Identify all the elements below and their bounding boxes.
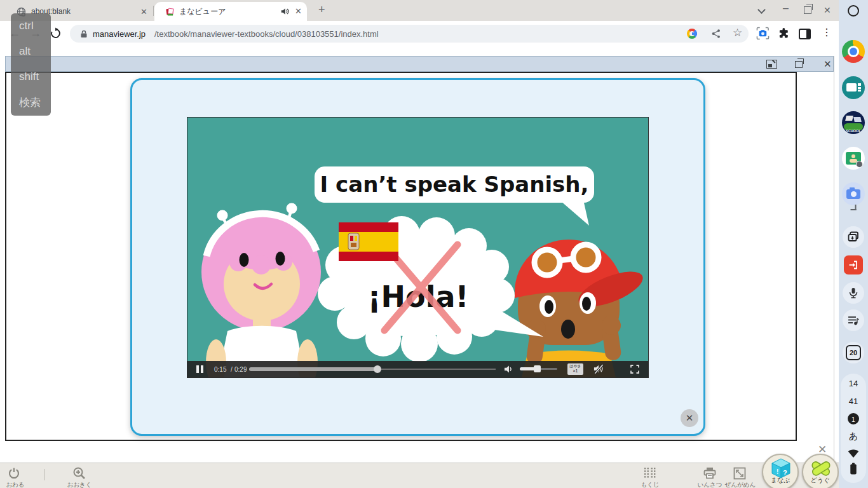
tab-close-icon[interactable]: ✕ xyxy=(140,8,147,16)
video-controls: 0:15 / 0:29 はやさ ×1 xyxy=(187,361,648,377)
wifi-icon xyxy=(848,449,859,458)
expand-icon xyxy=(733,467,746,480)
power-icon xyxy=(8,467,20,480)
ctrl-key[interactable]: ctrl xyxy=(11,13,51,39)
exit-session-button[interactable] xyxy=(844,255,863,274)
side-panel-icon[interactable] xyxy=(799,29,811,39)
alt-key[interactable]: alt xyxy=(11,39,51,64)
battery-icon xyxy=(850,463,857,475)
browser-toolbar: ← → manaviewer.jp/textbook/manaviewer-te… xyxy=(0,21,839,46)
screenshot-camera-icon[interactable] xyxy=(756,27,770,40)
duration: 0:29 xyxy=(234,366,247,373)
dougu-button[interactable]: どうぐ xyxy=(802,454,839,488)
tab-search-chevron-icon[interactable] xyxy=(757,6,766,14)
volume-icon[interactable] xyxy=(504,365,513,374)
current-time: 0:15 xyxy=(214,366,226,373)
screen-capture-button[interactable] xyxy=(843,226,864,248)
girl-character xyxy=(201,203,321,378)
playlist-music-icon xyxy=(848,315,859,325)
share-icon[interactable] xyxy=(711,29,721,39)
microphone-button[interactable] xyxy=(843,282,864,304)
calendar-button[interactable]: 20 xyxy=(843,342,864,363)
clock-minutes: 41 xyxy=(841,396,866,406)
printer-icon xyxy=(703,467,716,479)
time-separator: / xyxy=(231,366,233,373)
shelf: SCHOOL xyxy=(839,0,868,488)
tab-audio-icon[interactable] xyxy=(280,7,289,16)
audio-off-icon[interactable] xyxy=(593,363,605,375)
media-playlist-button[interactable] xyxy=(843,309,864,331)
manaviewer-favicon xyxy=(165,7,175,17)
fullscreen-icon[interactable] xyxy=(630,365,639,374)
search-key[interactable]: 検索 xyxy=(11,90,51,115)
tools-icon xyxy=(810,459,832,478)
spain-flag xyxy=(339,222,398,261)
toolbar-divider xyxy=(44,469,45,480)
pip-icon[interactable] xyxy=(766,60,777,69)
shift-key[interactable]: shift xyxy=(11,64,51,90)
lock-icon xyxy=(80,30,88,38)
onscreen-modifier-keys: ctrl alt shift 検索 xyxy=(11,13,51,116)
window-restore-button[interactable] xyxy=(804,6,811,14)
pause-icon[interactable] xyxy=(196,365,199,373)
google-g-icon[interactable] xyxy=(687,29,697,39)
viewer-bottom-toolbar: おわる おおきく もくじ いんさつ xyxy=(0,463,839,488)
clock-hours: 14 xyxy=(841,379,866,388)
manabu-button[interactable]: ! ? まなぶ xyxy=(762,454,799,488)
progress-played xyxy=(249,367,377,371)
window-close-button[interactable]: ✕ xyxy=(824,5,831,15)
dialog-close-button[interactable]: ✕ xyxy=(681,409,698,427)
camera-app-icon[interactable] xyxy=(842,182,865,205)
speed-label: はやさ xyxy=(567,363,583,369)
shelf-chevron-icon[interactable] xyxy=(851,205,857,210)
extensions-puzzle-icon[interactable] xyxy=(778,27,790,39)
playback-speed-button[interactable]: はやさ ×1 xyxy=(567,363,583,375)
omnibox[interactable]: manaviewer.jp/textbook/manaviewer-textbo… xyxy=(70,25,749,43)
gear-badge-icon xyxy=(856,161,863,168)
tab-title: まなビューア xyxy=(179,6,226,17)
volume-thumb[interactable] xyxy=(534,365,541,372)
tab-separator xyxy=(153,6,154,16)
reload-button[interactable] xyxy=(50,27,62,39)
svg-text:!: ! xyxy=(776,468,778,475)
new-tab-button[interactable]: + xyxy=(318,3,325,17)
print-button[interactable]: いんさつ xyxy=(693,466,727,487)
card-app-icon[interactable] xyxy=(842,76,865,99)
status-ring-icon[interactable] xyxy=(848,5,859,17)
table-of-contents-button[interactable]: もくじ xyxy=(634,466,666,487)
logout-icon xyxy=(848,260,858,270)
calendar-day: 20 xyxy=(850,349,857,356)
progress-bar[interactable] xyxy=(249,365,496,374)
bookmark-star-icon[interactable]: ☆ xyxy=(733,26,742,39)
volume-slider[interactable] xyxy=(520,366,557,372)
notification-badge: 1 xyxy=(848,413,859,424)
fullscreen-page-button[interactable]: ぜんがめん xyxy=(723,466,757,487)
magnifier-plus-icon xyxy=(72,466,86,480)
zoom-in-button[interactable]: おおきく xyxy=(64,466,95,487)
speed-value: ×1 xyxy=(567,369,583,374)
tab-manaviewer[interactable]: まなビューア ✕ xyxy=(154,2,307,21)
window-edge xyxy=(834,56,834,463)
end-button[interactable]: おわる xyxy=(0,466,31,487)
speech-text: I can’t speak Spanish, xyxy=(320,172,589,197)
dialog-close-icon: ✕ xyxy=(686,412,694,424)
window-minimize-button[interactable]: – xyxy=(783,3,789,14)
school-app-icon[interactable]: SCHOOL xyxy=(842,111,865,134)
viewer-close-icon[interactable]: ✕ xyxy=(824,58,832,70)
status-area[interactable]: 14 41 1 あ xyxy=(841,374,866,483)
classroom-app-icon[interactable] xyxy=(842,147,865,170)
tab-close-icon[interactable]: ✕ xyxy=(295,7,302,15)
pause-icon[interactable] xyxy=(201,365,203,373)
viewer-window-titlebar[interactable]: ✕ xyxy=(5,56,834,72)
school-label: SCHOOL xyxy=(846,129,861,133)
screen-capture-icon xyxy=(848,231,859,243)
video-scene: I can’t speak Spanish, ¡Hola! xyxy=(187,118,648,377)
chrome-app-icon[interactable] xyxy=(842,40,865,63)
viewer-restore-icon[interactable] xyxy=(795,61,803,68)
video-player[interactable]: I can’t speak Spanish, ¡Hola! xyxy=(187,118,648,377)
overflow-menu-icon[interactable]: ⋮ xyxy=(822,26,832,38)
url-domain: manaviewer.jp xyxy=(93,29,146,39)
progress-thumb[interactable] xyxy=(374,365,381,373)
grid-dots-icon xyxy=(644,468,656,478)
ime-indicator: あ xyxy=(849,431,858,442)
